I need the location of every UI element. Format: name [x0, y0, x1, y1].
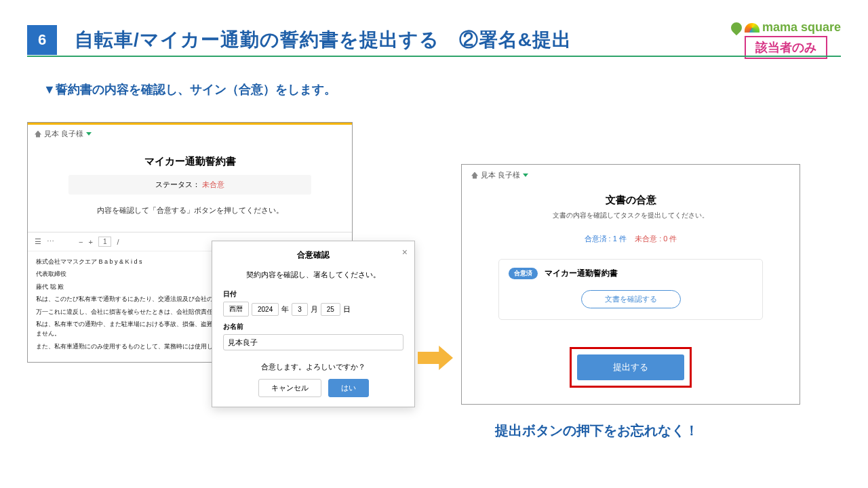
modal-title: 合意確認 [223, 249, 403, 261]
pledge-title: マイカー通勤誓約書 [28, 143, 352, 175]
status-chip-agreed: 合意済 [509, 268, 538, 279]
agreement-confirm-modal: × 合意確認 契約内容を確認し、署名してください。 日付 西暦 2024 年 3… [212, 241, 415, 407]
count-pending-label: 未合意 : [635, 235, 663, 243]
agreement-subtitle: 文書の内容を確認してタスクを提出してください。 [471, 211, 790, 220]
document-name: マイカー通勤誓約書 [545, 268, 618, 279]
user-icon [471, 172, 478, 179]
count-pending-value: 0 件 [663, 235, 677, 243]
zoom-in-icon[interactable]: + [88, 238, 92, 246]
status-label: ステータス： [155, 180, 200, 188]
section-subtitle: ▼誓約書の内容を確認し、サイン（合意）をします。 [43, 81, 336, 98]
count-agreed-value: 1 件 [613, 235, 627, 243]
document-card: 合意済 マイカー通勤誓約書 文書を確認する [498, 259, 763, 320]
toolbar-menu-icon[interactable]: ☰ [35, 237, 41, 246]
header-divider [27, 56, 841, 57]
brand-logo-text: mama square [762, 20, 841, 35]
submit-highlight-box: 提出する [570, 347, 692, 388]
toolbar-more-icon[interactable]: ⋯ [47, 237, 54, 246]
confirm-document-button[interactable]: 文書を確認する [581, 290, 681, 308]
zoom-out-icon[interactable]: − [79, 238, 83, 246]
status-band: ステータス： 未合意 [68, 175, 311, 195]
agreement-counts: 合意済 : 1 件 未合意 : 0 件 [471, 234, 790, 244]
pledge-hint: 内容を確認して「合意する」ボタンを押してください。 [28, 195, 352, 232]
year-input[interactable]: 2024 [252, 303, 279, 316]
month-input[interactable]: 3 [292, 303, 308, 316]
agreement-title: 文書の合意 [471, 194, 790, 207]
day-input[interactable]: 25 [321, 303, 340, 316]
rainbow-icon [745, 23, 760, 33]
count-agreed-label: 合意済 : [585, 235, 613, 243]
user-name: 見本 良子様 [481, 170, 520, 180]
caret-down-icon[interactable] [523, 174, 528, 177]
ok-button[interactable]: はい [328, 379, 369, 397]
submit-button[interactable]: 提出する [577, 354, 684, 380]
cancel-button[interactable]: キャンセル [258, 379, 321, 397]
close-icon[interactable]: × [402, 247, 408, 258]
flow-arrow-icon [418, 346, 453, 370]
caret-down-icon[interactable] [86, 132, 92, 136]
status-value: 未合意 [202, 180, 224, 188]
era-select[interactable]: 西暦 [223, 302, 249, 317]
submit-screenshot-panel: 見本 良子様 文書の合意 文書の内容を確認してタスクを提出してください。 合意済… [461, 164, 800, 405]
name-input[interactable] [223, 334, 403, 350]
clover-icon [729, 20, 745, 35]
user-name: 見本 良子様 [44, 129, 83, 139]
brand-logo: mama square 該当者のみ [731, 20, 841, 59]
modal-hint: 契約内容を確認し、署名してください。 [223, 270, 403, 280]
year-suffix: 年 [281, 304, 289, 314]
day-suffix: 日 [343, 304, 351, 314]
modal-confirm-text: 合意します。よろしいですか？ [223, 363, 403, 372]
month-suffix: 月 [311, 304, 318, 314]
date-label: 日付 [223, 289, 403, 299]
step-number-badge: 6 [27, 25, 57, 55]
user-icon [35, 131, 41, 138]
name-label: お名前 [223, 322, 403, 331]
page-number-input[interactable]: 1 [98, 237, 112, 247]
page-title: 自転車/マイカー通勤の誓約書を提出する ②署名&提出 [75, 27, 731, 53]
reminder-text: 提出ボタンの押下をお忘れなく！ [495, 422, 698, 440]
